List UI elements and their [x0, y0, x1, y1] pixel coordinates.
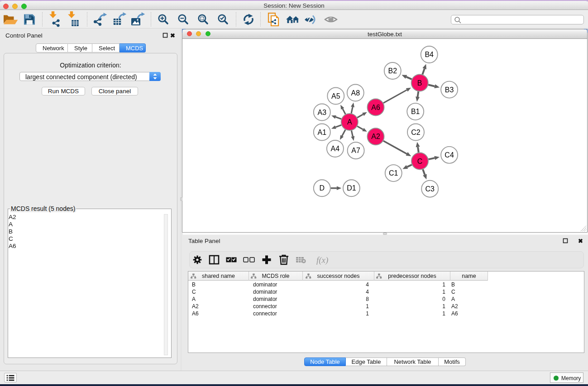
svg-text:C: C	[417, 157, 423, 165]
svg-text:A4: A4	[331, 145, 340, 152]
svg-text:D1: D1	[347, 184, 356, 192]
svg-text:A5: A5	[331, 92, 340, 100]
svg-text:D: D	[320, 184, 325, 192]
svg-text:C4: C4	[445, 151, 454, 159]
svg-text:C3: C3	[425, 185, 435, 193]
svg-text:C1: C1	[389, 169, 398, 177]
svg-text:A2: A2	[371, 133, 380, 140]
svg-text:A3: A3	[318, 109, 327, 116]
svg-text:A1: A1	[318, 129, 327, 136]
svg-text:A7: A7	[351, 147, 360, 154]
svg-text:A8: A8	[351, 89, 360, 97]
svg-text:B2: B2	[388, 67, 397, 75]
svg-text:f(x): f(x)	[316, 255, 328, 265]
svg-text:B1: B1	[411, 108, 420, 115]
svg-text:A6: A6	[371, 104, 380, 111]
svg-text:B: B	[417, 79, 422, 87]
svg-text:C2: C2	[411, 129, 421, 136]
svg-text:B3: B3	[445, 86, 454, 94]
svg-text:B4: B4	[425, 51, 434, 58]
svg-text:A: A	[347, 118, 352, 126]
